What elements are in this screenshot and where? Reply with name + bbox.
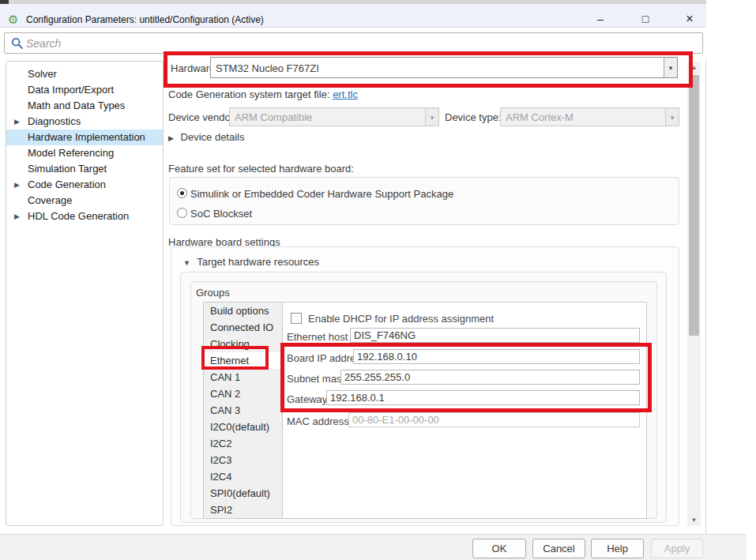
- search-input[interactable]: [26, 34, 690, 52]
- ok-button[interactable]: OK: [472, 539, 526, 558]
- sidebar-item-math-and-data-types[interactable]: Math and Data Types: [6, 98, 163, 114]
- device-type-label: Device type:: [445, 111, 502, 123]
- expand-arrow-icon[interactable]: ▶: [14, 114, 20, 130]
- expand-arrow-icon: ▶: [168, 134, 174, 142]
- scrollbar-thumb[interactable]: [689, 75, 699, 336]
- device-type-value: ARM Cortex-M: [506, 111, 574, 123]
- expand-arrow-icon[interactable]: ▶: [14, 209, 20, 224]
- expand-arrow-icon[interactable]: ▶: [14, 177, 20, 193]
- groups-list: Build options Connected IO Clocking Ethe…: [203, 302, 283, 519]
- feature-set-label: Feature set for selected hardware board:: [168, 163, 354, 175]
- apply-button: Apply: [651, 539, 703, 558]
- group-item-ethernet[interactable]: Ethernet: [204, 352, 282, 369]
- group-item-i2c2[interactable]: I2C2: [204, 435, 282, 452]
- configuration-parameters-dialog: ⚙ Configuration Parameters: untitled/Con…: [0, 0, 756, 560]
- cancel-button[interactable]: Cancel: [532, 539, 585, 558]
- gateway-input[interactable]: [326, 390, 640, 405]
- sidebar-item-diagnostics[interactable]: ▶Diagnostics: [6, 114, 163, 130]
- device-vendor-value: ARM Compatible: [235, 111, 312, 123]
- group-item-i2c0[interactable]: I2C0(default): [204, 419, 282, 435]
- sidebar-item-label: Simulation Target: [28, 163, 107, 175]
- sidebar-tree: Solver Data Import/Export Math and Data …: [6, 61, 164, 526]
- sidebar-item-solver[interactable]: Solver: [6, 66, 163, 82]
- maximize-button[interactable]: □: [634, 10, 657, 28]
- gear-icon: ⚙: [8, 13, 18, 25]
- group-item-i2c3[interactable]: I2C3: [204, 452, 282, 468]
- sidebar-item-label: Data Import/Export: [28, 84, 114, 96]
- scroll-down-icon[interactable]: ▼: [687, 514, 701, 526]
- target-file-label: Code Generation system target file:: [168, 88, 330, 100]
- group-item-spi2[interactable]: SPI2: [204, 502, 282, 518]
- chevron-down-icon[interactable]: ▾: [664, 58, 677, 77]
- sidebar-item-label: Coverage: [28, 194, 72, 206]
- target-resources-toggle[interactable]: ▼ Target hardware resources: [183, 256, 319, 268]
- sidebar-item-label: Diagnostics: [28, 115, 81, 127]
- radio-simulink-support-package-label: Simulink or Embedded Coder Hardware Supp…: [190, 188, 453, 200]
- hardware-board-value: STM32 Nucleo F767ZI: [216, 62, 319, 73]
- gateway-label: Gateway:: [287, 393, 330, 405]
- device-vendor-label: Device vendor:: [168, 111, 237, 123]
- target-resources-label: Target hardware resources: [197, 256, 319, 268]
- radio-dot: [180, 191, 184, 195]
- sidebar-item-coverage[interactable]: Coverage: [6, 193, 163, 209]
- minimize-button[interactable]: –: [589, 10, 612, 28]
- sidebar-item-label: Hardware Implementation: [28, 131, 145, 143]
- group-item-spi0[interactable]: SPI0(default): [204, 485, 282, 502]
- group-item-spi3[interactable]: SPI3: [204, 518, 282, 519]
- board-ip-input[interactable]: [353, 349, 640, 364]
- group-item-can1[interactable]: CAN 1: [204, 369, 282, 385]
- sidebar-item-hardware-implementation[interactable]: Hardware Implementation: [6, 130, 163, 145]
- sidebar-item-code-generation[interactable]: ▶Code Generation: [6, 177, 163, 193]
- group-item-can2[interactable]: CAN 2: [204, 385, 282, 402]
- window-title: Configuration Parameters: untitled/Confi…: [26, 14, 264, 25]
- mac-address-label: MAC address:: [287, 415, 352, 427]
- group-item-connected-io[interactable]: Connected IO: [204, 319, 282, 336]
- sidebar-item-label: Solver: [28, 68, 57, 80]
- target-file-link[interactable]: ert.tlc: [333, 88, 358, 100]
- footer-bar: OK Cancel Help Apply: [0, 534, 747, 560]
- group-item-clocking[interactable]: Clocking: [204, 336, 282, 352]
- device-details-toggle[interactable]: ▶ Device details: [168, 131, 244, 143]
- dhcp-label: Enable DHCP for IP address assignment: [308, 313, 494, 325]
- sidebar-item-simulation-target[interactable]: Simulation Target: [6, 161, 163, 177]
- device-vendor-combobox: ARM Compatible ▾: [229, 107, 439, 126]
- radio-soc-blockset[interactable]: [177, 208, 187, 218]
- sidebar-item-label: Code Generation: [28, 179, 106, 190]
- host-name-input[interactable]: [350, 328, 640, 343]
- chevron-down-icon: ▾: [665, 108, 679, 126]
- help-button[interactable]: Help: [591, 539, 644, 558]
- dhcp-checkbox[interactable]: [291, 313, 302, 324]
- radio-simulink-support-package[interactable]: [177, 188, 187, 198]
- groups-label: Groups: [196, 287, 230, 299]
- titlebar: ⚙ Configuration Parameters: untitled/Con…: [0, 4, 706, 28]
- vertical-scrollbar[interactable]: ▲ ▼: [687, 62, 701, 526]
- group-item-can3[interactable]: CAN 3: [204, 402, 282, 419]
- collapse-arrow-icon: ▼: [183, 259, 190, 267]
- sidebar-item-label: Model Referencing: [28, 147, 114, 159]
- scroll-up-icon[interactable]: ▲: [687, 62, 701, 73]
- mac-address-input: [348, 412, 640, 427]
- chevron-down-icon: ▾: [425, 108, 438, 126]
- subnet-mask-input[interactable]: [340, 370, 640, 385]
- sidebar-item-hdl-code-generation[interactable]: ▶HDL Code Generation: [6, 209, 163, 224]
- device-type-combobox: ARM Cortex-M ▾: [500, 107, 679, 126]
- search-icon: [11, 37, 24, 50]
- sidebar-item-label: Math and Data Types: [28, 100, 125, 111]
- device-details-label: Device details: [181, 131, 245, 143]
- search-row: [0, 28, 706, 60]
- target-file-row: Code Generation system target file: ert.…: [168, 88, 358, 100]
- group-item-i2c4[interactable]: I2C4: [204, 468, 282, 485]
- search-box[interactable]: [4, 32, 703, 54]
- sidebar-item-data-import-export[interactable]: Data Import/Export: [6, 82, 163, 98]
- group-item-build-options[interactable]: Build options: [204, 303, 282, 319]
- sidebar-item-model-referencing[interactable]: Model Referencing: [6, 145, 163, 161]
- radio-soc-blockset-label: SoC Blockset: [190, 208, 252, 220]
- close-button[interactable]: ×: [678, 10, 701, 28]
- feature-set-panel: Simulink or Embedded Coder Hardware Supp…: [169, 177, 679, 225]
- sidebar-item-label: HDL Code Generation: [28, 210, 129, 222]
- hardware-board-combobox[interactable]: STM32 Nucleo F767ZI ▾: [210, 57, 678, 78]
